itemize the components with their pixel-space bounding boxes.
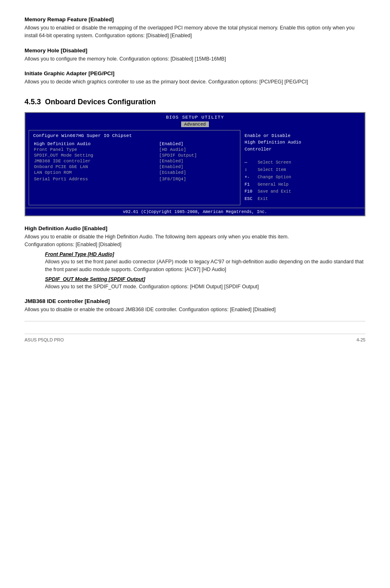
bios-tab-bar: Advanced xyxy=(25,121,365,128)
section-jmb368: JMB368 IDE controller [Enabled]Allows yo… xyxy=(25,298,365,314)
bios-content: Configure Win667HG Super IO Chipset High… xyxy=(25,128,365,208)
section-title-hd-audio: High Definition Audio [Enabled] xyxy=(25,225,365,231)
memory-remap-body: Allows you to enabled or disable the rem… xyxy=(25,24,365,40)
subsection-body-front-panel-type: Allows you to set the front panel audio … xyxy=(25,258,365,274)
bios-key-item: +-Change Option xyxy=(244,174,357,181)
bios-table-label: Onboard PCIE GbE LAN xyxy=(34,164,158,169)
subsection-title-spdif-out: SPDIF_OUT Mode Setting [SPDIF Output] xyxy=(25,276,365,282)
bios-left-panel: Configure Win667HG Super IO Chipset High… xyxy=(29,130,240,206)
initiate-graphic-title: Initiate Graphic Adapter [PEG/PCI] xyxy=(25,70,365,76)
footer-right: 4-25 xyxy=(356,337,365,342)
bios-table-label: Serial Port1 Address xyxy=(34,177,158,182)
bios-help-text: Enable or DisableHigh Definition AudioCo… xyxy=(244,132,357,153)
bios-table-value: [Disabled] xyxy=(159,170,235,175)
post-bios-sections: High Definition Audio [Enabled]Allows yo… xyxy=(25,225,365,314)
bios-table-label: Front Panel Type xyxy=(34,147,158,152)
bios-table-label: JMB368 IDE controller xyxy=(34,159,158,164)
bios-right-panel: Enable or DisableHigh Definition AudioCo… xyxy=(240,130,361,206)
bios-key-item: F10Save and Exit xyxy=(244,188,357,195)
bios-keys: ↔Select Screen↕Select Item+-Change Optio… xyxy=(244,159,357,203)
bios-table-value: [Enabled] xyxy=(159,141,235,146)
bios-active-tab[interactable]: Advanced xyxy=(181,121,209,127)
bios-table-value: [SPDIF Output] xyxy=(159,153,235,158)
initiate-graphic-section: Initiate Graphic Adapter [PEG/PCI] Allow… xyxy=(25,70,365,86)
memory-hole-body: Allows you to configure the memory hole.… xyxy=(25,55,365,63)
chapter-number: 4.5.3 xyxy=(25,98,41,106)
chapter-title: Onboard Devices Configuration xyxy=(45,98,156,106)
chapter-heading: 4.5.3 Onboard Devices Configuration xyxy=(25,98,365,106)
bios-table-value: [HD Audio] xyxy=(159,147,235,152)
bios-key-item: ↔Select Screen xyxy=(244,159,357,166)
bios-key-item: ↕Select Item xyxy=(244,166,357,174)
bios-footer: v02.61 (C)Copyright 1985-2008, American … xyxy=(25,208,365,215)
memory-hole-section: Memory Hole [Disabled] Allows you to con… xyxy=(25,47,365,63)
initiate-graphic-body: Allows you to decide which graphics cont… xyxy=(25,78,365,86)
bios-key-item: ESCExit xyxy=(244,195,357,203)
section-divider xyxy=(25,321,365,321)
section-hd-audio: High Definition Audio [Enabled]Allows yo… xyxy=(25,225,365,291)
section-body-jmb368: Allows you to disable or enable the onbo… xyxy=(25,306,365,314)
bios-table-value: [Enabled] xyxy=(159,159,235,164)
bios-title: BIOS SETUP UTILITY xyxy=(25,113,365,121)
bios-left-title: Configure Win667HG Super IO Chipset xyxy=(33,133,236,138)
bios-table-label: SPDIF_OUT Mode Setting xyxy=(34,153,158,158)
bios-key-item: F1General Help xyxy=(244,181,357,189)
memory-hole-title: Memory Hole [Disabled] xyxy=(25,47,365,54)
bios-table-label: LAN Option ROM xyxy=(34,170,158,175)
page-footer: ASUS P5QLD PRO 4-25 xyxy=(25,334,365,342)
memory-remap-title: Memory Remap Feature [Enabled] xyxy=(25,16,365,22)
bios-settings-table: High Definition Audio[Enabled] Front Pan… xyxy=(33,141,236,182)
footer-left: ASUS P5QLD PRO xyxy=(25,337,64,342)
section-title-jmb368: JMB368 IDE controller [Enabled] xyxy=(25,298,365,304)
bios-table-value: [Enabled] xyxy=(159,164,235,169)
memory-remap-section: Memory Remap Feature [Enabled] Allows yo… xyxy=(25,16,365,40)
subsection-body-spdif-out: Allows you to set the SPDIF_OUT mode. Co… xyxy=(25,283,365,291)
section-body-hd-audio: Allows you to enable or disable the High… xyxy=(25,233,365,249)
bios-box: BIOS SETUP UTILITY Advanced Configure Wi… xyxy=(25,112,365,217)
bios-table-value: [3F8/IRQ4] xyxy=(159,177,235,182)
bios-table-label: High Definition Audio xyxy=(34,141,158,146)
subsection-title-front-panel-type: Front Panel Type [HD Audio] xyxy=(25,251,365,257)
